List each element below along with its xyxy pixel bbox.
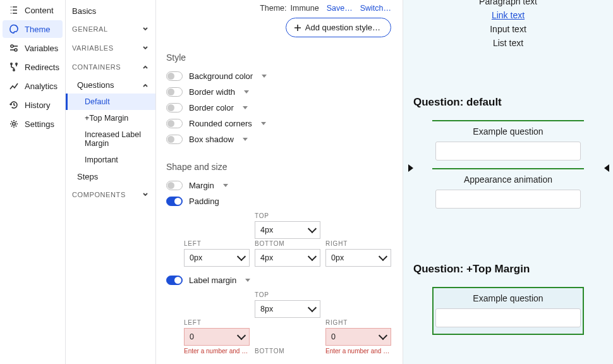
tree-steps[interactable]: Steps	[66, 168, 155, 185]
tree-containers[interactable]: CONTAINERS	[66, 58, 155, 76]
chart-icon	[9, 81, 19, 91]
padding-left-select[interactable]: 0px	[184, 249, 250, 267]
error-hint: Enter a number and a unit, e.g.	[184, 348, 250, 355]
gear-icon	[9, 119, 19, 129]
style-editor: Theme: Immune Save… Switch… Add question…	[156, 0, 403, 364]
theme-topbar: Theme: Immune Save… Switch…	[166, 0, 391, 18]
q-input[interactable]	[435, 190, 581, 209]
nav-redirects-label: Redirects	[25, 63, 59, 72]
svg-point-1	[15, 49, 17, 51]
toggle-shadow[interactable]	[166, 135, 183, 144]
nav-content-label: Content	[25, 6, 54, 15]
padding-bottom-select[interactable]: 4px	[255, 249, 320, 267]
chevron-down-icon	[142, 25, 149, 33]
nav-analytics[interactable]: Analytics	[3, 77, 63, 95]
chevron-down-icon[interactable]	[223, 184, 228, 187]
opt-margin: Margin	[166, 181, 391, 190]
tree-q-default[interactable]: Default	[66, 94, 155, 110]
nav-content[interactable]: Content	[3, 1, 63, 19]
branch-icon	[9, 62, 19, 72]
chevron-down-icon	[142, 191, 149, 198]
tree-q-topmargin[interactable]: +Top Margin	[66, 110, 155, 126]
toggle-bgcolor[interactable]	[166, 71, 183, 81]
padding-grid: TOP 4px LEFT 0px BOTTOM 4px RIGHT 0px	[184, 212, 391, 267]
theme-name: Immune	[291, 4, 319, 13]
prev-arrow[interactable]	[408, 164, 413, 172]
opt-padding: Padding	[166, 197, 391, 206]
opt-shadow: Box shadow	[166, 135, 391, 144]
next-arrow[interactable]	[604, 164, 609, 172]
labelmargin-left-select[interactable]: 0	[184, 328, 250, 346]
padding-right-select[interactable]: 0px	[325, 249, 391, 267]
nav-variables[interactable]: Variables	[3, 39, 63, 57]
toggle-rounded[interactable]	[166, 119, 183, 128]
primary-nav: Content Theme Variables Redirects Analyt…	[0, 0, 66, 364]
tree-components[interactable]: COMPONENTS	[66, 185, 155, 204]
opt-bgcolor: Background color	[166, 71, 391, 81]
nav-variables-label: Variables	[25, 44, 58, 53]
svg-point-0	[11, 45, 13, 47]
nav-redirects[interactable]: Redirects	[3, 58, 63, 76]
toggle-margin[interactable]	[166, 181, 183, 190]
toggle-bordercolor[interactable]	[166, 103, 183, 112]
q-label: Example question	[473, 291, 543, 303]
preview-link[interactable]: Link text	[492, 10, 525, 20]
chevron-up-icon	[142, 82, 149, 89]
chevron-down-icon[interactable]	[245, 279, 250, 282]
nav-history-label: History	[25, 100, 50, 110]
toggle-labelmargin[interactable]	[166, 276, 183, 285]
padding-top-select[interactable]: 4px	[255, 221, 320, 239]
opt-labelmargin: Label margin	[166, 276, 391, 285]
list-icon	[9, 5, 19, 15]
opt-borderwidth: Border width	[166, 87, 391, 97]
nav-theme-label: Theme	[25, 25, 50, 34]
labelmargin-grid: TOP 8px LEFT 0 Enter a number and a unit…	[184, 291, 391, 355]
chevron-down-icon[interactable]	[244, 90, 249, 94]
theme-tree: Basics GENERAL VARIABLES CONTAINERS Ques…	[66, 0, 156, 364]
tree-variables[interactable]: VARIABLES	[66, 39, 155, 58]
chevron-down-icon[interactable]	[243, 106, 248, 109]
chevron-down-icon[interactable]	[261, 122, 266, 125]
error-hint: Enter a number and a unit, e.g.	[325, 348, 391, 355]
nav-theme[interactable]: Theme	[3, 20, 63, 38]
switch-link[interactable]: Switch…	[360, 4, 391, 13]
q-default-box: Example question Appearance animation	[432, 120, 584, 215]
tree-basics[interactable]: Basics	[66, 3, 155, 20]
palette-icon	[9, 24, 19, 34]
opt-bordercolor: Border color	[166, 103, 391, 112]
chevron-down-icon[interactable]	[243, 138, 248, 141]
chevron-down-icon[interactable]	[262, 75, 267, 78]
tree-general[interactable]: GENERAL	[66, 20, 155, 39]
tree-q-important[interactable]: Important	[66, 152, 155, 168]
appearance-label: Appearance animation	[464, 174, 552, 185]
labelmargin-top-select[interactable]: 8px	[255, 300, 320, 318]
q-label: Example question	[473, 124, 543, 136]
opt-rounded: Rounded corners	[166, 119, 391, 128]
toggle-borderwidth[interactable]	[166, 87, 183, 97]
labelmargin-right-select[interactable]: 0	[325, 328, 391, 346]
nav-settings[interactable]: Settings	[3, 115, 63, 133]
nav-settings-label: Settings	[25, 119, 54, 129]
toggle-padding[interactable]	[166, 197, 183, 206]
q-input[interactable]	[435, 308, 581, 327]
tree-questions[interactable]: Questions	[66, 76, 155, 94]
chevron-down-icon	[142, 44, 149, 52]
q-input[interactable]	[435, 142, 581, 161]
theme-label: Theme:	[260, 4, 286, 13]
q-topmargin-title: Question: +Top Margin	[413, 263, 530, 276]
plus-icon	[294, 24, 301, 32]
svg-point-5	[13, 123, 15, 125]
tree-q-increasedlabel[interactable]: Increased Label Margin	[66, 126, 155, 152]
add-question-style-button[interactable]: Add question style…	[286, 18, 391, 37]
preview-pane: Paragraph text Link text Input text List…	[403, 0, 613, 364]
chevron-up-icon	[142, 63, 149, 71]
q-default-title: Question: default	[413, 96, 502, 109]
history-icon	[9, 100, 19, 110]
save-link[interactable]: Save…	[327, 4, 353, 13]
q-topmargin-box: Example question	[432, 287, 584, 335]
sliders-icon	[9, 43, 19, 53]
nav-history[interactable]: History	[3, 96, 63, 114]
nav-analytics-label: Analytics	[25, 82, 58, 91]
preview-list-text: List text	[493, 38, 523, 48]
section-shape: Shape and size	[166, 162, 391, 172]
